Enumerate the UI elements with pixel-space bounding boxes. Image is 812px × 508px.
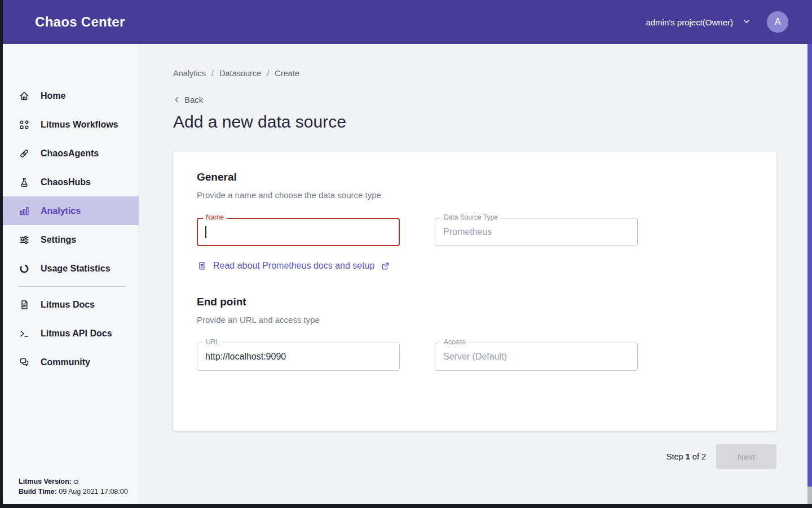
usage-donut-icon — [19, 263, 30, 274]
step-indicator: Step 1 of 2 — [667, 452, 706, 461]
sidebar-item-label: Settings — [41, 235, 76, 245]
sidebar-item-label: Litmus API Docs — [41, 329, 112, 339]
external-link-icon — [381, 261, 390, 271]
document-icon — [197, 261, 207, 271]
endpoint-subtitle: Provide an URL and access type — [197, 315, 753, 325]
top-bar-right: admin's project(Owner) A — [646, 11, 788, 33]
breadcrumb-separator: / — [211, 69, 214, 78]
sliders-icon — [19, 234, 30, 246]
sidebar-item-home[interactable]: Home — [3, 81, 139, 110]
version-value: ci — [73, 478, 78, 485]
name-field-wrapper: Name — [197, 218, 400, 246]
sidebar-item-chaoshubs[interactable]: ChaosHubs — [3, 168, 139, 196]
sidebar-item-label: ChaosHubs — [41, 177, 91, 187]
text-caret — [205, 226, 206, 238]
sidebar-divider — [19, 286, 125, 287]
name-input[interactable] — [197, 218, 400, 246]
workflows-icon — [19, 119, 30, 130]
sidebar-item-label: ChaosAgents — [41, 148, 99, 159]
vertical-scrollbar-thumb[interactable] — [807, 44, 812, 487]
url-field-label: URL — [203, 339, 222, 346]
access-field-wrapper: Access — [435, 343, 638, 371]
main-content: Analytics / Datasource / Create Back Add… — [139, 44, 807, 504]
breadcrumb-create[interactable]: Create — [275, 69, 299, 78]
terminal-icon — [19, 328, 30, 339]
endpoint-section: End point Provide an URL and access type… — [197, 296, 753, 371]
app-title: Chaos Center — [35, 14, 125, 30]
next-button[interactable]: Next — [716, 444, 776, 469]
data-source-type-input[interactable] — [435, 218, 638, 246]
chevron-down-icon — [742, 17, 751, 28]
project-label: admin's project(Owner) — [646, 17, 733, 27]
endpoint-heading: End point — [197, 296, 753, 308]
vertical-scrollbar-track[interactable] — [807, 44, 812, 504]
project-switcher[interactable]: admin's project(Owner) — [646, 17, 751, 28]
chat-bubbles-icon — [19, 357, 30, 368]
breadcrumb: Analytics / Datasource / Create — [173, 69, 807, 78]
general-heading: General — [197, 171, 753, 183]
breadcrumb-datasource[interactable]: Datasource — [219, 69, 261, 78]
top-bar: Chaos Center admin's project(Owner) A — [3, 0, 812, 44]
avatar[interactable]: A — [767, 11, 788, 33]
sidebar-item-label: Litmus Workflows — [41, 120, 118, 130]
general-subtitle: Provide a name and choose the data sourc… — [197, 190, 753, 200]
chevron-left-icon — [173, 96, 180, 103]
general-fields-row: Name Data Source Type — [197, 218, 753, 246]
sidebar-item-label: Litmus Docs — [41, 300, 95, 310]
screen: Chaos Center admin's project(Owner) A Ho… — [0, 0, 812, 508]
version-label: Litmus Version: — [19, 478, 72, 485]
breadcrumb-analytics[interactable]: Analytics — [173, 69, 206, 78]
sidebar-item-label: Home — [41, 91, 65, 101]
page-title: Add a new data source — [173, 112, 807, 132]
sidebar-item-label: Usage Statistics — [41, 264, 111, 274]
data-source-type-label: Data Source Type — [441, 214, 501, 221]
access-input[interactable] — [435, 343, 638, 371]
endpoint-fields-row: URL Access — [197, 343, 753, 371]
back-button[interactable]: Back — [173, 95, 203, 104]
analytics-icon — [19, 205, 30, 217]
breadcrumb-separator: / — [267, 69, 269, 78]
sidebar-item-usage-statistics[interactable]: Usage Statistics — [3, 254, 139, 283]
sidebar-item-settings[interactable]: Settings — [3, 225, 139, 254]
build-time-label: Build Time: — [19, 488, 57, 496]
docs-link-label: Read about Prometheus docs and setup — [213, 261, 374, 271]
build-time-line: Build Time: 09 Aug 2021 17:08:00 — [19, 487, 128, 497]
screen-bottom-edge — [0, 504, 812, 508]
screen-left-edge — [0, 0, 3, 508]
sidebar: Home Litmus Workflows ChaosAgents ChaosH… — [3, 44, 139, 504]
sidebar-item-label: Analytics — [41, 206, 81, 216]
prometheus-docs-link[interactable]: Read about Prometheus docs and setup — [197, 261, 390, 271]
step-current: 1 — [686, 452, 690, 461]
sidebar-item-community[interactable]: Community — [3, 348, 139, 376]
home-icon — [19, 90, 30, 102]
data-source-type-field-wrapper: Data Source Type — [435, 218, 638, 246]
access-field-label: Access — [441, 339, 469, 346]
sidebar-item-chaosagents[interactable]: ChaosAgents — [3, 139, 139, 168]
url-field-wrapper: URL — [197, 343, 400, 371]
flask-icon — [19, 177, 30, 188]
document-icon — [19, 299, 30, 310]
url-input[interactable] — [197, 343, 400, 371]
datasource-form-card: General Provide a name and choose the da… — [173, 152, 776, 431]
sidebar-item-litmus-workflows[interactable]: Litmus Workflows — [3, 110, 139, 139]
sidebar-item-litmus-api-docs[interactable]: Litmus API Docs — [3, 319, 139, 348]
version-line: Litmus Version: ci — [19, 476, 128, 487]
agents-link-icon — [19, 148, 30, 159]
sidebar-footer: Litmus Version: ci Build Time: 09 Aug 20… — [19, 476, 128, 497]
step-of-total: of 2 — [692, 452, 706, 461]
back-label: Back — [184, 95, 203, 104]
sidebar-item-litmus-docs[interactable]: Litmus Docs — [3, 290, 139, 319]
build-time-value: 09 Aug 2021 17:08:00 — [59, 488, 127, 496]
stepper-row: Step 1 of 2 Next — [173, 444, 776, 469]
name-field-label: Name — [203, 214, 227, 221]
step-word: Step — [667, 452, 683, 461]
sidebar-item-label: Community — [41, 357, 90, 367]
sidebar-item-analytics[interactable]: Analytics — [3, 196, 139, 225]
avatar-letter: A — [775, 17, 781, 27]
